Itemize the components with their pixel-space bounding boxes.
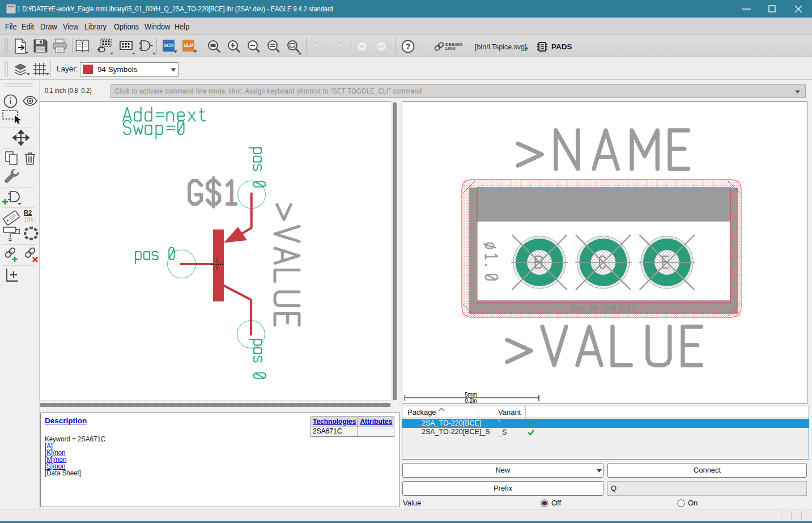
svg-text:?: ? [406,42,411,51]
svg-text:GO: GO [379,45,385,49]
svg-text:0.2in: 0.2in [465,398,477,403]
svg-text:5mm: 5mm [465,392,477,398]
